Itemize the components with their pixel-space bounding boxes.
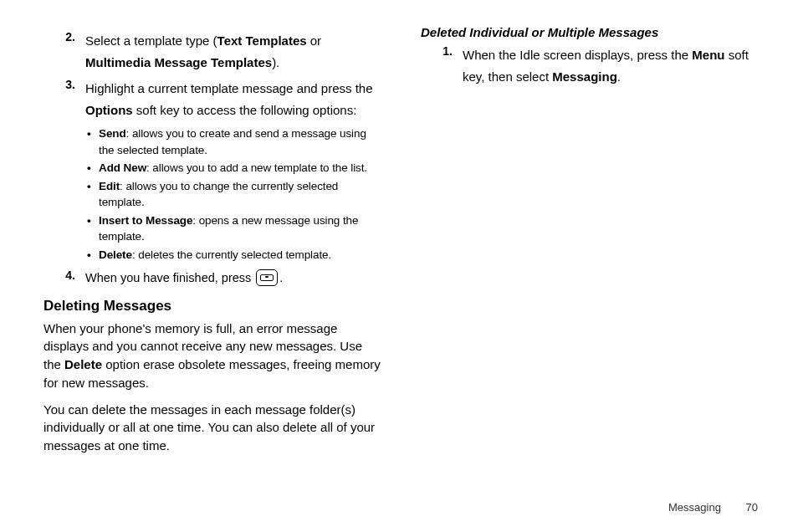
bullet-dot: • <box>87 212 99 245</box>
bold: Menu <box>692 48 724 62</box>
step-number: 4. <box>43 269 85 288</box>
di-step-1: 1. When the Idle screen displays, press … <box>421 44 758 87</box>
bold: Add New <box>99 161 146 174</box>
step-number: 3. <box>43 78 85 120</box>
bold: Delete <box>64 357 102 371</box>
step-text: Highlight a current template message and… <box>85 78 381 120</box>
bold: Options <box>85 103 133 117</box>
content-columns: 2. Select a template type (Text Template… <box>43 25 758 477</box>
bold: Edit <box>99 180 120 192</box>
bold: Delete <box>99 248 132 261</box>
step-2: 2. Select a template type (Text Template… <box>43 30 381 73</box>
text: When you have finished, press <box>85 271 254 284</box>
text: ). <box>272 55 279 69</box>
options-list: •Send: allows you to create and send a m… <box>87 125 381 263</box>
bullet-delete: •Delete: deletes the currently selected … <box>87 247 381 263</box>
paragraph: You can delete the messages in each mess… <box>43 401 381 455</box>
bold: Text Templates <box>217 33 307 48</box>
bullet-add-new: •Add New: allows you to add a new templa… <box>87 160 381 176</box>
bullet-dot: • <box>87 247 99 263</box>
bullet-edit: •Edit: allows you to change the currentl… <box>87 178 381 211</box>
text: or <box>307 33 322 48</box>
text: Highlight a current template message and… <box>85 81 373 95</box>
subheading-deleted-individual: Deleted Individual or Multiple Messages <box>421 25 758 39</box>
heading-deleting-messages: Deleting Messages <box>43 298 381 315</box>
page-footer: Messaging 70 <box>668 501 758 514</box>
text: When the Idle screen displays, press the <box>463 48 692 62</box>
step-text: Select a template type (Text Templates o… <box>85 30 381 73</box>
text: . <box>617 69 621 84</box>
bold: Send <box>99 127 126 140</box>
step-4: 4. When you have finished, press . <box>43 269 381 288</box>
bullet-dot: • <box>87 178 99 211</box>
step-number: 1. <box>421 44 463 87</box>
step-text: When the Idle screen displays, press the… <box>463 44 758 87</box>
end-key-icon <box>256 269 278 286</box>
bold: Multimedia Message Templates <box>85 55 272 69</box>
text: Select a template type ( <box>85 33 217 48</box>
paragraph: When your phone's memory is full, an err… <box>43 320 381 392</box>
bullet-dot: • <box>87 160 99 176</box>
bold: Messaging <box>552 69 617 84</box>
bullet-send: •Send: allows you to create and send a m… <box>87 125 381 158</box>
bold: Insert to Message <box>99 214 192 227</box>
text: : allows you to change the currently sel… <box>99 180 338 209</box>
text: soft key to access the following options… <box>133 103 357 117</box>
footer-page-number: 70 <box>746 501 758 514</box>
bullet-insert: •Insert to Message: opens a new message … <box>87 212 381 245</box>
step-3: 3. Highlight a current template message … <box>43 78 381 120</box>
text: . <box>279 271 283 284</box>
text: : allows you to create and send a messag… <box>99 127 366 156</box>
footer-section: Messaging <box>668 501 721 514</box>
step-text: When you have finished, press . <box>85 269 381 288</box>
bullet-dot: • <box>87 125 99 158</box>
step-number: 2. <box>43 30 85 73</box>
text: : allows you to add a new template to th… <box>146 161 367 174</box>
text: : deletes the currently selected templat… <box>132 248 331 261</box>
